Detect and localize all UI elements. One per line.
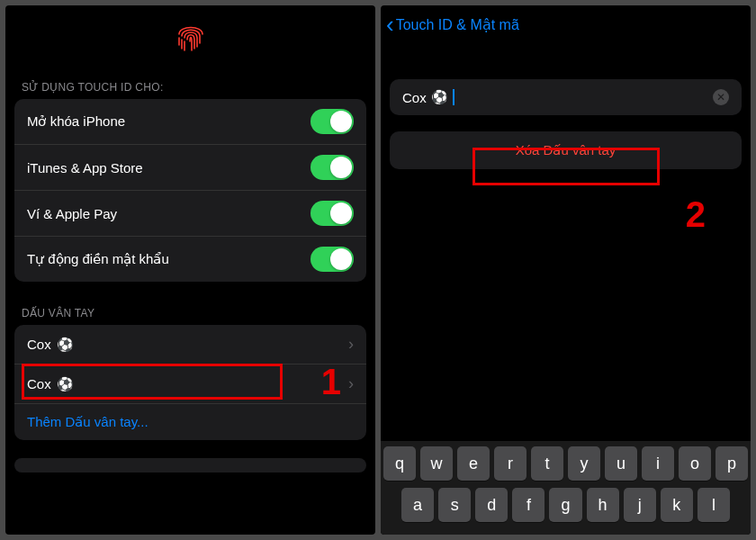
fingerprint-group: Cox ⚽ › Cox ⚽ › Thêm Dấu vân tay...: [14, 325, 366, 440]
key-h[interactable]: h: [587, 488, 619, 522]
fingerprint-name-input[interactable]: Cox ⚽ ✕: [390, 79, 742, 115]
key-k[interactable]: k: [661, 488, 693, 522]
section-header-use: SỬ DỤNG TOUCH ID CHO:: [5, 74, 375, 99]
key-j[interactable]: j: [624, 488, 656, 522]
key-g[interactable]: g: [549, 488, 581, 522]
toggle-switch[interactable]: [310, 247, 354, 272]
soccer-icon: ⚽: [57, 337, 74, 353]
soccer-icon: ⚽: [57, 376, 74, 392]
chevron-right-icon: ›: [348, 335, 354, 354]
key-o[interactable]: o: [679, 446, 711, 481]
toggle-row-wallet[interactable]: Ví & Apple Pay: [14, 191, 366, 237]
toggle-label: iTunes & App Store: [27, 160, 143, 176]
key-p[interactable]: p: [716, 446, 748, 481]
fingerprint-label: Cox ⚽: [27, 376, 74, 392]
toggle-row-autofill[interactable]: Tự động điền mật khẩu: [14, 237, 366, 282]
back-button[interactable]: Touch ID & Mật mã: [396, 16, 519, 33]
nav-bar: ‹ Touch ID & Mật mã: [381, 5, 751, 43]
toggle-row-unlock[interactable]: Mở khóa iPhone: [14, 99, 366, 145]
input-value: Cox ⚽: [402, 89, 713, 105]
key-l[interactable]: l: [698, 488, 730, 522]
fingerprint-detail-screen: ‹ Touch ID & Mật mã Cox ⚽ ✕ Xóa Dấu vân …: [381, 5, 751, 535]
clear-input-icon[interactable]: ✕: [713, 89, 729, 105]
toggle-label: Mở khóa iPhone: [27, 113, 125, 130]
toggle-switch[interactable]: [310, 155, 354, 180]
keyboard-row: a s d f g h j k l: [383, 488, 748, 522]
fingerprint-label: Cox ⚽: [27, 337, 74, 353]
toggle-switch[interactable]: [310, 109, 354, 134]
soccer-icon: ⚽: [431, 89, 448, 105]
key-i[interactable]: i: [642, 446, 674, 481]
annotation-step-number: 1: [321, 362, 341, 402]
key-f[interactable]: f: [512, 488, 544, 522]
back-chevron-icon[interactable]: ‹: [386, 13, 394, 36]
key-e[interactable]: e: [457, 446, 490, 481]
keyboard-row: q w e r t y u i o p: [383, 446, 748, 481]
key-a[interactable]: a: [401, 488, 434, 522]
key-d[interactable]: d: [475, 488, 508, 522]
delete-fingerprint-button[interactable]: Xóa Dấu vân tay: [390, 131, 742, 169]
chevron-right-icon: ›: [348, 374, 354, 393]
toggle-group: Mở khóa iPhone iTunes & App Store Ví & A…: [14, 99, 366, 282]
toggle-label: Ví & Apple Pay: [27, 206, 117, 221]
fingerprint-row[interactable]: Cox ⚽ ›: [14, 325, 366, 364]
settings-touchid-screen: SỬ DỤNG TOUCH ID CHO: Mở khóa iPhone iTu…: [5, 5, 375, 535]
key-w[interactable]: w: [420, 446, 453, 481]
annotation-step-number: 2: [686, 194, 706, 235]
key-s[interactable]: s: [438, 488, 471, 522]
fingerprint-row[interactable]: Cox ⚽ ›: [14, 364, 366, 404]
key-t[interactable]: t: [531, 446, 563, 481]
keyboard: q w e r t y u i o p a s d f g h j k l: [381, 441, 751, 535]
key-r[interactable]: r: [494, 446, 526, 481]
toggle-label: Tự động điền mật khẩu: [27, 251, 169, 267]
add-fingerprint-button[interactable]: Thêm Dấu vân tay...: [14, 404, 366, 440]
text-cursor: [453, 89, 454, 105]
toggle-row-itunes[interactable]: iTunes & App Store: [14, 145, 366, 191]
extra-group: [14, 458, 366, 472]
key-y[interactable]: y: [568, 446, 600, 481]
key-u[interactable]: u: [605, 446, 637, 481]
fingerprint-icon: [5, 5, 375, 74]
toggle-switch[interactable]: [310, 201, 354, 226]
key-q[interactable]: q: [383, 446, 416, 481]
delete-label: Xóa Dấu vân tay: [516, 142, 616, 158]
section-header-fingerprints: DẤU VÂN TAY: [5, 300, 375, 325]
